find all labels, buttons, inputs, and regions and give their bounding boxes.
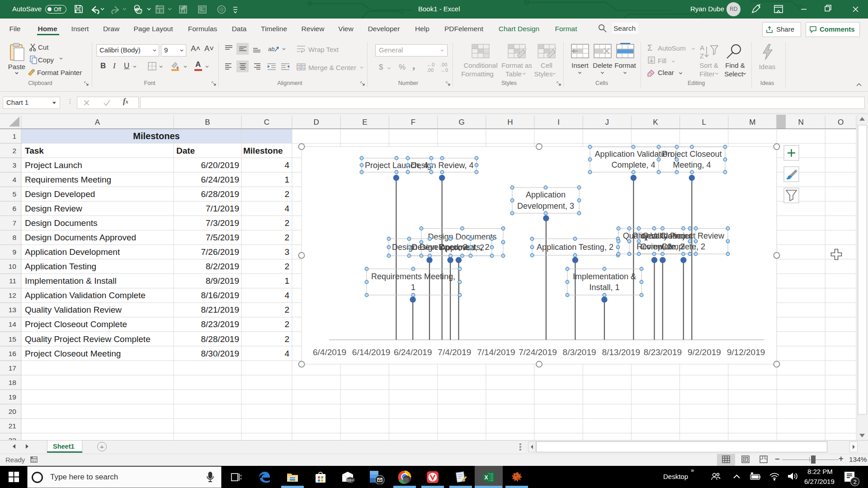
svg-text:Quality Project Review: Quality Project Review — [642, 231, 725, 240]
svg-text:9/2/2019: 9/2/2019 — [688, 347, 721, 357]
svg-text:16: 16 — [9, 350, 16, 357]
svg-text:Design Documents Approved: Design Documents Approved — [25, 233, 136, 242]
svg-text:17: 17 — [9, 364, 16, 372]
svg-text:2: 2 — [284, 305, 289, 314]
svg-text:8/21/2019: 8/21/2019 — [201, 305, 239, 314]
svg-text:Application Development: Application Development — [25, 247, 120, 257]
svg-text:Complete, 2: Complete, 2 — [661, 242, 705, 251]
svg-text:6/28/2019: 6/28/2019 — [201, 189, 239, 199]
svg-text:Implementation &: Implementation & — [573, 272, 636, 281]
svg-text:Design Documents: Design Documents — [25, 218, 98, 228]
svg-text:6: 6 — [12, 205, 16, 212]
svg-text:18: 18 — [9, 379, 16, 386]
svg-text:1: 1 — [12, 132, 16, 140]
svg-text:2: 2 — [284, 218, 289, 228]
svg-text:7/4/2019: 7/4/2019 — [438, 347, 471, 357]
svg-text:N: N — [798, 118, 803, 127]
svg-text:Design Review: Design Review — [25, 204, 82, 213]
svg-text:8/23/2019: 8/23/2019 — [201, 319, 239, 329]
svg-text:I: I — [557, 118, 560, 127]
svg-text:E: E — [362, 118, 367, 127]
svg-text:99+: 99+ — [347, 478, 354, 483]
svg-text:2: 2 — [284, 319, 289, 329]
svg-text:B: B — [205, 118, 210, 127]
svg-text:Development, 3: Development, 3 — [517, 202, 574, 211]
svg-text:2: 2 — [284, 233, 289, 242]
svg-text:19: 19 — [9, 393, 16, 401]
svg-text:Milestones: Milestones — [133, 131, 179, 141]
svg-text:6/4/2019: 6/4/2019 — [313, 347, 346, 357]
svg-text:14: 14 — [9, 320, 17, 328]
svg-text:4: 4 — [12, 176, 16, 183]
svg-text:4: 4 — [284, 291, 289, 300]
svg-text:64: 64 — [517, 477, 521, 480]
svg-text:1: 1 — [411, 283, 415, 292]
svg-text:Date: Date — [176, 146, 195, 155]
svg-text:7/24/2019: 7/24/2019 — [519, 347, 557, 357]
svg-text:K: K — [653, 118, 658, 127]
svg-text:15: 15 — [9, 335, 16, 343]
svg-text:Task: Task — [25, 146, 44, 155]
svg-text:6/14/2019: 6/14/2019 — [352, 347, 391, 357]
svg-text:Complete, 4: Complete, 4 — [611, 160, 655, 169]
svg-text:Quality Validation Review: Quality Validation Review — [25, 305, 122, 314]
svg-text:8/13/2019: 8/13/2019 — [602, 347, 640, 357]
svg-text:8/30/2019: 8/30/2019 — [201, 349, 239, 358]
svg-text:Application Testing: Application Testing — [25, 262, 96, 271]
svg-text:12: 12 — [9, 291, 16, 299]
svg-text:2: 2 — [284, 189, 289, 199]
svg-text:M: M — [749, 118, 755, 127]
svg-text:Design Documents: Design Documents — [428, 232, 496, 241]
svg-text:Design Developed: Design Developed — [25, 189, 95, 199]
svg-text:Z: Z — [700, 52, 704, 60]
svg-text:D: D — [313, 118, 319, 127]
svg-text:Application Testing, 2: Application Testing, 2 — [537, 243, 613, 252]
svg-text:Design Documents, 2: Design Documents, 2 — [411, 243, 489, 252]
svg-text:ab: ab — [268, 46, 274, 52]
svg-text:6/24/2019: 6/24/2019 — [201, 175, 239, 184]
svg-text:8/3/2019: 8/3/2019 — [563, 347, 596, 357]
svg-text:7/5/2019: 7/5/2019 — [206, 233, 239, 242]
svg-text:7/1/2019: 7/1/2019 — [206, 204, 239, 213]
svg-text:8/9/2019: 8/9/2019 — [206, 276, 239, 286]
svg-text:3: 3 — [284, 247, 289, 257]
svg-text:13: 13 — [9, 306, 16, 314]
svg-text:J: J — [605, 118, 609, 127]
svg-text:8/23/2019: 8/23/2019 — [644, 347, 682, 357]
svg-text:10: 10 — [9, 263, 17, 270]
svg-text:20: 20 — [9, 408, 17, 415]
svg-text:Application Validation Complet: Application Validation Complete — [25, 291, 146, 300]
svg-text:5: 5 — [12, 190, 16, 198]
svg-text:3: 3 — [12, 161, 16, 169]
svg-text:Application Validation: Application Validation — [595, 150, 672, 159]
svg-text:7/14/2019: 7/14/2019 — [477, 347, 515, 357]
svg-text:X: X — [484, 474, 488, 481]
svg-text:6/24/2019: 6/24/2019 — [394, 347, 432, 357]
svg-text:8/16/2019: 8/16/2019 — [201, 291, 239, 300]
svg-text:7: 7 — [12, 219, 16, 227]
svg-text:Requirements Meeting,: Requirements Meeting, — [371, 272, 455, 281]
svg-text:6/20/2019: 6/20/2019 — [201, 160, 239, 170]
svg-text:4: 4 — [284, 204, 289, 213]
svg-text:Project Closeout Complete: Project Closeout Complete — [25, 319, 127, 329]
svg-text:2: 2 — [284, 334, 289, 344]
svg-text:1: 1 — [284, 175, 289, 184]
svg-text:G: G — [459, 118, 465, 127]
svg-text:9: 9 — [12, 248, 16, 256]
svg-text:2: 2 — [853, 479, 856, 485]
svg-text:1: 1 — [284, 276, 289, 286]
svg-text:Project Closeout: Project Closeout — [662, 150, 722, 159]
svg-text:O: O — [838, 118, 844, 127]
svg-text:Milestone: Milestone — [243, 146, 283, 155]
svg-text:Application: Application — [526, 190, 566, 199]
svg-text:8/2/2019: 8/2/2019 — [206, 262, 239, 271]
svg-text:Quality Project Review Complet: Quality Project Review Complete — [25, 334, 151, 344]
svg-text:2: 2 — [284, 262, 289, 271]
svg-text:21: 21 — [9, 422, 16, 430]
svg-text:A: A — [95, 118, 100, 127]
svg-text:L: L — [702, 118, 706, 127]
svg-text:9/12/2019: 9/12/2019 — [727, 347, 765, 357]
svg-text:A: A — [700, 44, 704, 52]
svg-text:2: 2 — [12, 147, 16, 155]
svg-text:Project Launch: Project Launch — [25, 160, 82, 170]
